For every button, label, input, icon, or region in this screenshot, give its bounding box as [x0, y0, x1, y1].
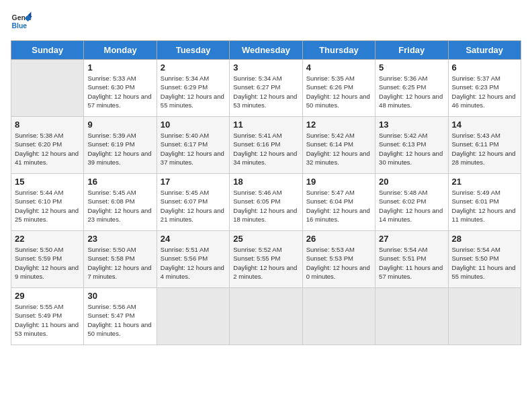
day-detail: Sunrise: 5:56 AMSunset: 5:47 PMDaylight:… [87, 302, 152, 338]
weekday-header-sunday: Sunday [11, 41, 84, 60]
calendar-cell [157, 288, 229, 345]
day-number: 1 [87, 62, 152, 73]
calendar-cell: 17Sunrise: 5:45 AMSunset: 6:07 PMDayligh… [157, 174, 229, 231]
logo: General Blue [11, 11, 32, 32]
day-detail: Sunrise: 5:49 AMSunset: 6:01 PMDaylight:… [452, 188, 517, 224]
page-header: General Blue [11, 11, 521, 32]
day-number: 27 [379, 234, 444, 244]
calendar-cell: 4Sunrise: 5:35 AMSunset: 6:26 PMDaylight… [302, 60, 375, 117]
day-detail: Sunrise: 5:39 AMSunset: 6:19 PMDaylight:… [87, 131, 152, 167]
day-detail: Sunrise: 5:53 AMSunset: 5:53 PMDaylight:… [306, 245, 371, 281]
day-number: 8 [15, 120, 80, 130]
day-detail: Sunrise: 5:40 AMSunset: 6:17 PMDaylight:… [161, 131, 226, 167]
day-detail: Sunrise: 5:42 AMSunset: 6:14 PMDaylight:… [306, 131, 371, 167]
calendar-cell [11, 60, 84, 117]
calendar-cell: 9Sunrise: 5:39 AMSunset: 6:19 PMDaylight… [84, 117, 157, 174]
calendar-cell: 20Sunrise: 5:48 AMSunset: 6:02 PMDayligh… [375, 174, 448, 231]
calendar-cell: 5Sunrise: 5:36 AMSunset: 6:25 PMDaylight… [375, 60, 448, 117]
calendar-cell: 16Sunrise: 5:45 AMSunset: 6:08 PMDayligh… [84, 174, 157, 231]
day-number: 11 [233, 120, 298, 130]
calendar-cell [230, 288, 302, 345]
day-number: 23 [87, 234, 152, 244]
day-number: 5 [379, 62, 444, 73]
calendar-cell: 8Sunrise: 5:38 AMSunset: 6:20 PMDaylight… [11, 117, 84, 174]
calendar-cell: 1Sunrise: 5:33 AMSunset: 6:30 PMDaylight… [84, 60, 157, 117]
day-number: 14 [452, 120, 517, 130]
day-number: 9 [87, 120, 152, 130]
day-number: 4 [306, 62, 371, 73]
calendar-cell: 6Sunrise: 5:37 AMSunset: 6:23 PMDaylight… [448, 60, 521, 117]
svg-text:Blue: Blue [12, 22, 28, 30]
day-detail: Sunrise: 5:45 AMSunset: 6:07 PMDaylight:… [161, 188, 226, 224]
calendar-week-5: 29Sunrise: 5:55 AMSunset: 5:49 PMDayligh… [11, 288, 521, 345]
day-number: 29 [15, 291, 80, 301]
day-detail: Sunrise: 5:44 AMSunset: 6:10 PMDaylight:… [15, 188, 80, 224]
calendar-week-2: 8Sunrise: 5:38 AMSunset: 6:20 PMDaylight… [11, 117, 521, 174]
calendar-cell: 24Sunrise: 5:51 AMSunset: 5:56 PMDayligh… [157, 231, 229, 288]
weekday-header-friday: Friday [375, 41, 448, 60]
calendar-cell: 19Sunrise: 5:47 AMSunset: 6:04 PMDayligh… [302, 174, 375, 231]
day-detail: Sunrise: 5:48 AMSunset: 6:02 PMDaylight:… [379, 188, 444, 224]
day-detail: Sunrise: 5:41 AMSunset: 6:16 PMDaylight:… [233, 131, 298, 167]
day-number: 6 [452, 62, 517, 73]
calendar-week-3: 15Sunrise: 5:44 AMSunset: 6:10 PMDayligh… [11, 174, 521, 231]
day-detail: Sunrise: 5:36 AMSunset: 6:25 PMDaylight:… [379, 74, 444, 109]
day-detail: Sunrise: 5:51 AMSunset: 5:56 PMDaylight:… [161, 245, 226, 281]
weekday-header-saturday: Saturday [448, 41, 521, 60]
calendar-cell: 18Sunrise: 5:46 AMSunset: 6:05 PMDayligh… [230, 174, 302, 231]
calendar-cell: 22Sunrise: 5:50 AMSunset: 5:59 PMDayligh… [11, 231, 84, 288]
day-detail: Sunrise: 5:47 AMSunset: 6:04 PMDaylight:… [306, 188, 371, 224]
calendar-week-1: 1Sunrise: 5:33 AMSunset: 6:30 PMDaylight… [11, 60, 521, 117]
day-detail: Sunrise: 5:42 AMSunset: 6:13 PMDaylight:… [379, 131, 444, 167]
day-number: 3 [233, 62, 298, 73]
calendar-cell: 25Sunrise: 5:52 AMSunset: 5:55 PMDayligh… [230, 231, 302, 288]
calendar-cell: 27Sunrise: 5:54 AMSunset: 5:51 PMDayligh… [375, 231, 448, 288]
day-number: 19 [306, 177, 371, 187]
calendar-cell: 11Sunrise: 5:41 AMSunset: 6:16 PMDayligh… [230, 117, 302, 174]
day-number: 16 [87, 177, 152, 187]
day-number: 12 [306, 120, 371, 130]
day-number: 25 [233, 234, 298, 244]
calendar-cell: 12Sunrise: 5:42 AMSunset: 6:14 PMDayligh… [302, 117, 375, 174]
calendar-cell: 14Sunrise: 5:43 AMSunset: 6:11 PMDayligh… [448, 117, 521, 174]
calendar-cell: 3Sunrise: 5:34 AMSunset: 6:27 PMDaylight… [230, 60, 302, 117]
calendar-cell: 29Sunrise: 5:55 AMSunset: 5:49 PMDayligh… [11, 288, 84, 345]
calendar-cell: 15Sunrise: 5:44 AMSunset: 6:10 PMDayligh… [11, 174, 84, 231]
day-number: 28 [452, 234, 517, 244]
day-number: 13 [379, 120, 444, 130]
day-detail: Sunrise: 5:54 AMSunset: 5:51 PMDaylight:… [379, 245, 444, 281]
day-number: 17 [161, 177, 226, 187]
calendar-cell [375, 288, 448, 345]
calendar-table: SundayMondayTuesdayWednesdayThursdayFrid… [11, 40, 521, 345]
calendar-cell: 23Sunrise: 5:50 AMSunset: 5:58 PMDayligh… [84, 231, 157, 288]
day-number: 26 [306, 234, 371, 244]
day-detail: Sunrise: 5:38 AMSunset: 6:20 PMDaylight:… [15, 131, 80, 167]
day-detail: Sunrise: 5:35 AMSunset: 6:26 PMDaylight:… [306, 74, 371, 109]
day-number: 30 [87, 291, 152, 301]
day-detail: Sunrise: 5:37 AMSunset: 6:23 PMDaylight:… [452, 74, 517, 109]
day-number: 18 [233, 177, 298, 187]
calendar-cell: 28Sunrise: 5:54 AMSunset: 5:50 PMDayligh… [448, 231, 521, 288]
day-detail: Sunrise: 5:34 AMSunset: 6:29 PMDaylight:… [161, 74, 226, 109]
day-number: 21 [452, 177, 517, 187]
day-detail: Sunrise: 5:54 AMSunset: 5:50 PMDaylight:… [452, 245, 517, 281]
day-detail: Sunrise: 5:46 AMSunset: 6:05 PMDaylight:… [233, 188, 298, 224]
day-detail: Sunrise: 5:45 AMSunset: 6:08 PMDaylight:… [87, 188, 152, 224]
day-detail: Sunrise: 5:50 AMSunset: 5:59 PMDaylight:… [15, 245, 80, 281]
day-detail: Sunrise: 5:55 AMSunset: 5:49 PMDaylight:… [15, 302, 80, 338]
weekday-header-tuesday: Tuesday [157, 41, 229, 60]
day-detail: Sunrise: 5:43 AMSunset: 6:11 PMDaylight:… [452, 131, 517, 167]
day-detail: Sunrise: 5:34 AMSunset: 6:27 PMDaylight:… [233, 74, 298, 109]
weekday-header-monday: Monday [84, 41, 157, 60]
day-number: 20 [379, 177, 444, 187]
weekday-header-wednesday: Wednesday [230, 41, 302, 60]
day-detail: Sunrise: 5:52 AMSunset: 5:55 PMDaylight:… [233, 245, 298, 281]
calendar-cell: 2Sunrise: 5:34 AMSunset: 6:29 PMDaylight… [157, 60, 229, 117]
calendar-cell: 13Sunrise: 5:42 AMSunset: 6:13 PMDayligh… [375, 117, 448, 174]
day-detail: Sunrise: 5:33 AMSunset: 6:30 PMDaylight:… [87, 74, 152, 109]
day-number: 2 [161, 62, 226, 73]
calendar-cell [302, 288, 375, 345]
calendar-cell: 21Sunrise: 5:49 AMSunset: 6:01 PMDayligh… [448, 174, 521, 231]
logo-icon: General Blue [11, 11, 32, 32]
calendar-cell [448, 288, 521, 345]
